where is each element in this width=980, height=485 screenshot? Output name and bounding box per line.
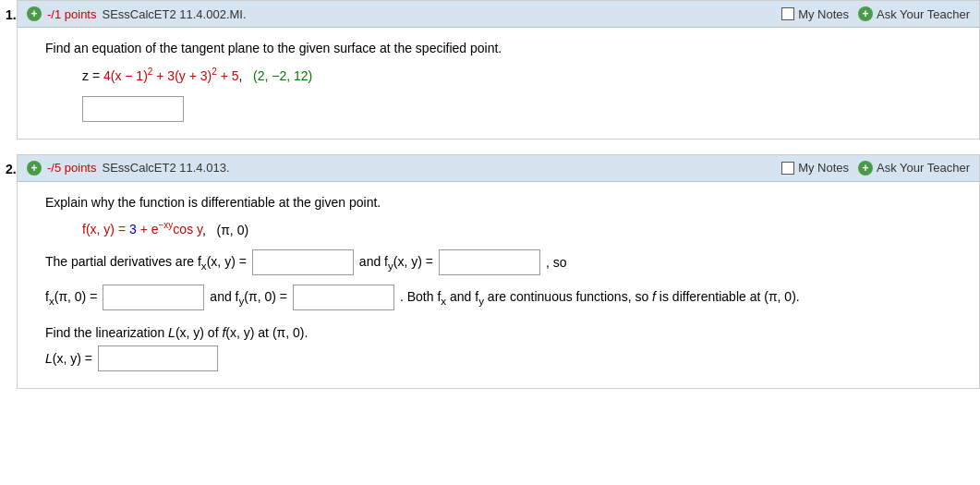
- ask-plus-icon-2: +: [858, 161, 873, 176]
- func-point: , (π, 0): [202, 222, 248, 236]
- question-2-body: Explain why the function is differentiab…: [18, 182, 979, 389]
- points-label-2: -/5 points: [47, 161, 96, 175]
- ask-teacher-button-2[interactable]: + Ask Your Teacher: [858, 161, 970, 176]
- fy-answer-box[interactable]: [439, 249, 540, 275]
- question-2-number: 2.: [6, 162, 17, 176]
- and-fy-text: and fy(x, y) =: [359, 254, 433, 272]
- ask-plus-icon-1: +: [858, 6, 873, 21]
- lxy-answer-box[interactable]: [98, 346, 218, 371]
- course-label-2: SEssCalcET2 11.4.013.: [102, 161, 229, 175]
- z-eq-text: z =: [82, 68, 103, 83]
- partial-deriv-line: The partial derivatives are fx(x, y) = a…: [45, 249, 961, 275]
- plus-icon-2[interactable]: +: [27, 161, 42, 176]
- question-1-header: + -/1 points SEssCalcET2 11.4.002.MI. My…: [18, 1, 979, 28]
- my-notes-button-2[interactable]: My Notes: [781, 161, 849, 175]
- linearization-intro: Find the linearization L(x, y) of f(x, y…: [45, 325, 961, 340]
- ask-teacher-label-2: Ask Your Teacher: [877, 161, 970, 175]
- question-1-instruction: Find an equation of the tangent plane to…: [45, 41, 961, 55]
- course-label-1: SEssCalcET2 11.4.002.MI.: [102, 7, 246, 21]
- question-1-block: + -/1 points SEssCalcET2 11.4.002.MI. My…: [17, 0, 980, 139]
- question-2-instruction: Explain why the function is differentiab…: [45, 195, 961, 210]
- so-text: , so: [546, 255, 567, 270]
- my-notes-label-2: My Notes: [798, 161, 849, 175]
- fx-answer-box[interactable]: [252, 249, 354, 275]
- question-1-number: 1.: [6, 7, 17, 22]
- eq-red-part: 4(x − 1)2 + 3(y + 3)2 + 5: [103, 68, 239, 83]
- question-1-body: Find an equation of the tangent plane to…: [18, 28, 979, 139]
- answer-box-1[interactable]: [82, 96, 961, 122]
- linearization-section: Find the linearization L(x, y) of f(x, y…: [45, 325, 961, 371]
- question-2-header: + -/5 points SEssCalcET2 11.4.013. My No…: [18, 155, 979, 182]
- comma-sep: ,: [239, 68, 254, 83]
- answer-input-1[interactable]: [82, 96, 184, 122]
- func-red: f(x, y) = 3 + e−xycos y: [82, 222, 202, 236]
- fy-pi-answer-box[interactable]: [293, 285, 394, 310]
- plus-icon-1[interactable]: +: [27, 6, 42, 21]
- eval-line: fx(π, 0) = and fy(π, 0) = . Both fx and …: [45, 285, 961, 310]
- header-left-1: + -/1 points SEssCalcET2 11.4.002.MI.: [27, 6, 247, 21]
- header-right-2: My Notes + Ask Your Teacher: [781, 161, 970, 176]
- linearization-line: L(x, y) =: [45, 346, 961, 371]
- points-label-1: -/1 points: [47, 7, 96, 21]
- lxy-label: L(x, y) =: [45, 351, 92, 366]
- fx-pi-answer-box[interactable]: [103, 285, 204, 310]
- partial-intro-text: The partial derivatives are fx(x, y) =: [45, 254, 247, 272]
- point-green: (2, −2, 12): [253, 68, 312, 83]
- my-notes-label-1: My Notes: [798, 7, 849, 21]
- my-notes-button-1[interactable]: My Notes: [781, 7, 849, 21]
- ask-teacher-button-1[interactable]: + Ask Your Teacher: [858, 6, 970, 21]
- fx-pi-label: fx(π, 0) =: [45, 289, 97, 307]
- question-1-equation: z = 4(x − 1)2 + 3(y + 3)2 + 5, (2, −2, 1…: [82, 67, 961, 83]
- notes-icon-2: [781, 162, 794, 175]
- ask-teacher-label-1: Ask Your Teacher: [877, 7, 970, 21]
- and-fy-pi-text: and fy(π, 0) =: [210, 289, 287, 307]
- question-2-block: + -/5 points SEssCalcET2 11.4.013. My No…: [17, 154, 980, 390]
- question-2-function: f(x, y) = 3 + e−xycos y, (π, 0): [82, 221, 961, 237]
- notes-icon-1: [781, 7, 794, 20]
- header-left-2: + -/5 points SEssCalcET2 11.4.013.: [27, 161, 230, 176]
- header-right-1: My Notes + Ask Your Teacher: [781, 6, 970, 21]
- continuity-text: . Both fx and fy are continuous function…: [400, 289, 800, 307]
